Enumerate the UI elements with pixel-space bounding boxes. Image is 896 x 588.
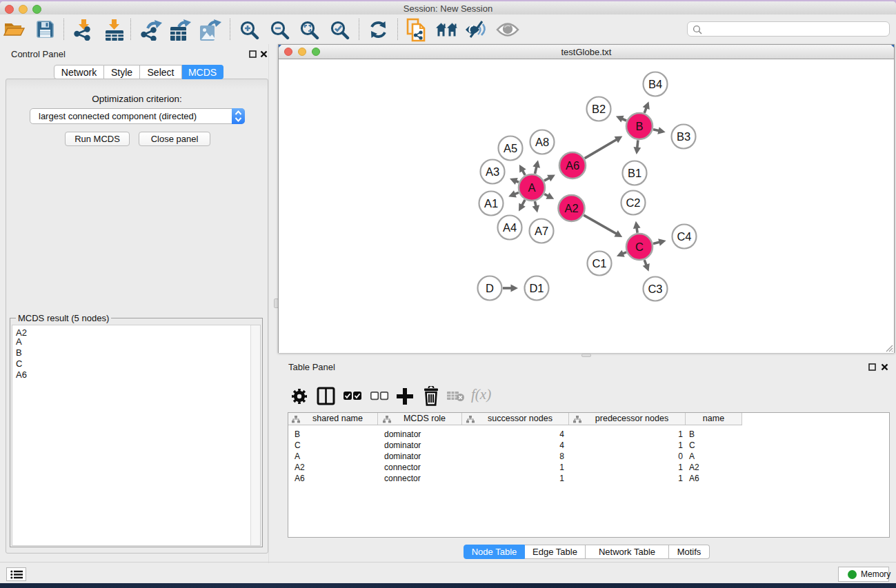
svg-text:C1: C1 [592, 257, 606, 270]
svg-text:A6: A6 [566, 159, 579, 172]
svg-text:C3: C3 [648, 283, 662, 295]
svg-text:A: A [528, 181, 535, 194]
svg-text:B1: B1 [628, 167, 641, 179]
svg-text:B3: B3 [677, 130, 690, 143]
svg-text:A7: A7 [535, 225, 548, 237]
svg-text:C2: C2 [626, 196, 640, 209]
svg-text:A2: A2 [564, 202, 578, 214]
svg-text:B2: B2 [592, 103, 606, 115]
svg-text:D: D [486, 282, 494, 294]
svg-text:C: C [635, 241, 644, 253]
svg-text:B: B [635, 120, 643, 132]
svg-text:C4: C4 [677, 230, 691, 243]
svg-text:D1: D1 [529, 282, 544, 294]
svg-text:B4: B4 [648, 78, 662, 90]
svg-text:A8: A8 [535, 136, 549, 148]
svg-text:A4: A4 [503, 221, 517, 234]
svg-text:A1: A1 [484, 197, 498, 210]
svg-text:A3: A3 [486, 165, 499, 178]
svg-text:A5: A5 [504, 142, 517, 154]
